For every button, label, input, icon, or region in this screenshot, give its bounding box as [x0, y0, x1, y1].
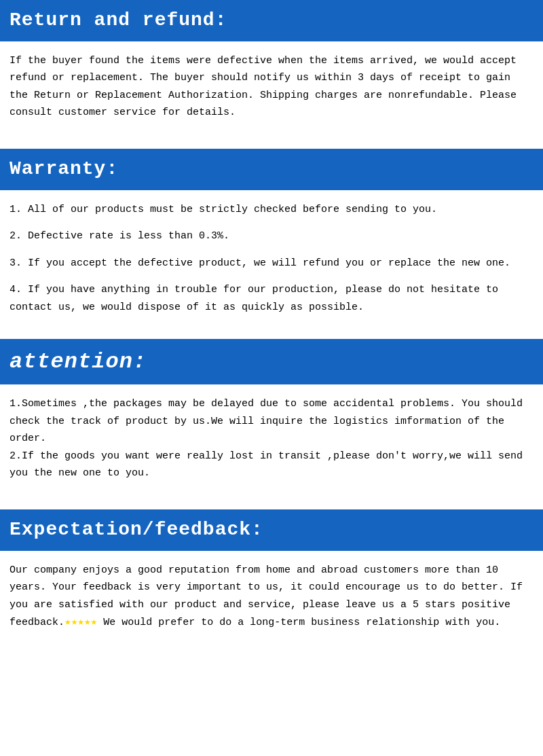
- warranty-header: Warranty:: [0, 149, 543, 190]
- warranty-section: Warranty: 1. All of our products must be…: [0, 149, 543, 339]
- attention-item-1: 1.Sometimes ,the packages may be delayed…: [10, 395, 533, 448]
- attention-item-2: 2.If the goods you want were really lost…: [10, 448, 533, 482]
- return-refund-text: If the buyer found the items were defect…: [10, 52, 533, 122]
- expectation-section: Expectation/feedback: Our company enjoys…: [0, 509, 543, 645]
- attention-content: 1.Sometimes ,the packages may be delayed…: [0, 384, 543, 496]
- expectation-text: Our company enjoys a good reputation fro…: [10, 562, 533, 632]
- return-refund-section: Return and refund: If the buyer found th…: [0, 0, 543, 135]
- stars-icon: ★★★★★: [64, 616, 97, 628]
- attention-header: attention:: [0, 339, 543, 384]
- expectation-text-end: We would prefer to do a long-term busine…: [97, 617, 500, 628]
- warranty-item-2: 2. Defective rate is less than 0.3%.: [10, 228, 533, 245]
- warranty-item-3: 3. If you accept the defective product, …: [10, 255, 533, 272]
- warranty-item-4: 4. If you have anything in trouble for o…: [10, 281, 533, 316]
- attention-section: attention: 1.Sometimes ,the packages may…: [0, 339, 543, 496]
- expectation-content: Our company enjoys a good reputation fro…: [0, 551, 543, 646]
- expectation-header: Expectation/feedback:: [0, 509, 543, 551]
- return-refund-content: If the buyer found the items were defect…: [0, 41, 543, 135]
- return-refund-header: Return and refund:: [0, 0, 543, 41]
- warranty-item-1: 1. All of our products must be strictly …: [10, 201, 533, 219]
- warranty-content: 1. All of our products must be strictly …: [0, 190, 543, 340]
